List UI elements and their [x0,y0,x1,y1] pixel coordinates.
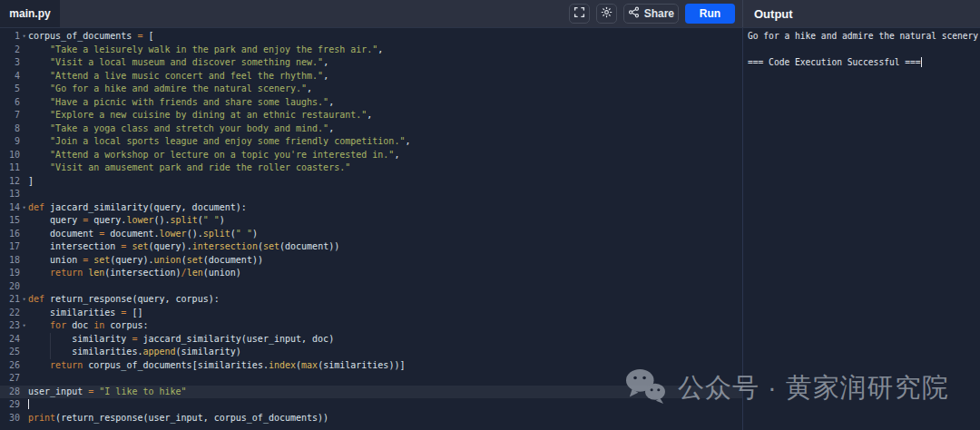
share-label: Share [644,7,674,20]
code-text[interactable]: "Visit an amusement park and ride the ro… [28,162,350,172]
code-line[interactable]: 30print(return_response(user_input, corp… [0,412,742,425]
code-line[interactable]: 13 [0,188,742,201]
code-line[interactable]: 18 union = set(query).union(set(document… [0,254,742,268]
code-line[interactable]: 28user_input = "I like to hike" [0,386,742,399]
code-line[interactable]: 1▾corpus_of_documents = [ [0,30,742,44]
code-text[interactable]: "Attend a workshop or lecture on a topic… [28,150,399,160]
code-line[interactable]: 9 "Join a local sports league and enjoy … [0,135,742,149]
tab-main-py[interactable]: main.py [0,0,60,27]
code-text[interactable]: "Visit a local museum and discover somet… [28,57,328,67]
line-number: 19 [0,267,20,280]
code-line[interactable]: 14▾def jaccard_similarity(query, documen… [0,201,742,215]
code-line[interactable]: 23▾ for doc in corpus: [0,319,742,333]
line-number: 4 [0,70,20,83]
line-number: 15 [0,214,20,228]
code-line[interactable]: 29 [0,398,742,412]
code-line[interactable]: 15 query = query.lower().split(" ") [0,214,742,228]
line-number: 29 [0,398,20,412]
code-line[interactable]: 6 "Have a picnic with friends and share … [0,96,742,110]
code-line[interactable]: 26 return corpus_of_documents[similariti… [0,359,742,373]
code-text[interactable]: document = document.lower().split(" ") [28,229,258,239]
code-line[interactable]: 11 "Visit an amusement park and ride the… [0,161,742,175]
code-line[interactable]: 4 "Attend a live music concert and feel … [0,70,742,83]
line-number: 23 [0,319,20,333]
code-line[interactable]: 2 "Take a leisurely walk in the park and… [0,44,742,57]
code-line[interactable]: 25 similarities.append(similarity) [0,346,742,359]
code-text[interactable]: "Attend a live music concert and feel th… [28,71,328,81]
output-title: Output [754,7,793,21]
code-text[interactable]: def jaccard_similarity(query, document): [28,202,247,212]
code-text[interactable]: "Join a local sports league and enjoy so… [28,136,410,146]
line-number: 16 [0,228,20,241]
sun-icon [601,6,612,21]
fold-arrow-icon[interactable]: ▾ [20,293,28,307]
code-text[interactable]: "Go for a hike and admire the natural sc… [28,83,312,93]
code-line[interactable]: 20 [0,280,742,294]
code-text[interactable]: intersection = set(query).intersection(s… [28,241,339,251]
code-text[interactable]: print(return_response(user_input, corpus… [28,413,328,423]
code-text[interactable]: return corpus_of_documents[similarities.… [28,360,405,370]
line-number: 1 [0,30,20,44]
line-number: 6 [0,96,20,110]
code-editor[interactable]: 1▾corpus_of_documents = [2 "Take a leisu… [0,28,742,430]
app-window: main.py [0,0,980,430]
code-text[interactable]: corpus_of_documents = [ [28,31,154,41]
code-text[interactable]: user_input = "I like to hike" [28,386,187,396]
code-line[interactable]: 10 "Attend a workshop or lecture on a to… [0,149,742,162]
code-text[interactable]: ] [28,176,34,186]
toolbar: Share Run [569,4,742,24]
code-text[interactable]: "Take a leisurely walk in the park and e… [28,44,383,54]
code-line[interactable]: 12] [0,175,742,189]
editor-header: main.py [0,0,742,27]
code-line[interactable]: 27 [0,372,742,386]
fold-arrow-icon[interactable]: ▾ [20,30,28,44]
code-text[interactable]: query = query.lower().split(" ") [28,215,225,225]
code-text[interactable]: def return_response(query, corpus): [28,294,220,304]
theme-toggle-button[interactable] [596,4,617,24]
code-line[interactable]: 24 similarity = jaccard_similarity(user_… [0,333,742,347]
line-number: 27 [0,372,20,386]
output-line: Go for a hike and admire the natural sce… [748,30,980,44]
code-text[interactable]: for doc in corpus: [28,320,148,330]
code-line[interactable]: 5 "Go for a hike and admire the natural … [0,83,742,96]
code-text[interactable] [28,399,29,409]
code-text[interactable]: similarities.append(similarity) [28,347,241,357]
output-panel: Go for a hike and admire the natural sce… [743,28,980,430]
line-number: 9 [0,135,20,149]
line-number: 30 [0,412,20,425]
code-line[interactable]: 8 "Take a yoga class and stretch your bo… [0,122,742,136]
text-cursor [28,399,29,409]
code-text[interactable]: similarity = jaccard_similarity(user_inp… [28,334,334,344]
code-text[interactable]: "Explore a new cuisine by dining at an e… [28,110,372,120]
share-button[interactable]: Share [623,4,679,24]
code-line[interactable]: 17 intersection = set(query).intersectio… [0,240,742,254]
code-line[interactable]: 19 return len(intersection)/len(union) [0,267,742,280]
code-text[interactable]: similarities = [] [28,308,142,318]
fold-arrow-icon[interactable]: ▾ [20,201,28,215]
code-text[interactable]: return len(intersection)/len(union) [28,268,241,278]
output-line [748,44,980,57]
code-line[interactable]: 21▾def return_response(query, corpus): [0,293,742,307]
code-line[interactable]: 16 document = document.lower().split(" "… [0,228,742,241]
code-text[interactable]: union = set(query).union(set(document)) [28,255,263,265]
fullscreen-icon [573,6,585,21]
line-number: 10 [0,149,20,162]
line-number: 3 [0,56,20,70]
code-line[interactable]: 7 "Explore a new cuisine by dining at an… [0,109,742,122]
code-text[interactable]: "Have a picnic with friends and share so… [28,97,334,107]
line-number: 17 [0,240,20,254]
line-number: 2 [0,44,20,57]
fold-arrow-icon[interactable]: ▾ [20,319,28,333]
code-text[interactable]: "Take a yoga class and stretch your body… [28,123,334,133]
code-line[interactable]: 22 similarities = [] [0,307,742,320]
line-number: 24 [0,333,20,347]
line-number: 14 [0,201,20,215]
indent-guide [50,333,51,347]
code-line[interactable]: 3 "Visit a local museum and discover som… [0,56,742,70]
line-number: 13 [0,188,20,201]
line-number: 12 [0,175,20,189]
run-button[interactable]: Run [685,4,735,24]
fullscreen-button[interactable] [569,4,590,24]
line-number: 5 [0,83,20,96]
line-number: 28 [0,386,20,399]
